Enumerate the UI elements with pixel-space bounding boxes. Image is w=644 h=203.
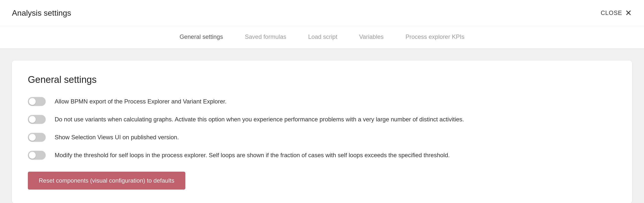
- toggle-selection-views[interactable]: [28, 133, 46, 142]
- toggle-no-variants[interactable]: [28, 115, 46, 124]
- settings-list: Allow BPMN export of the Process Explore…: [28, 97, 616, 160]
- general-settings-title: General settings: [28, 74, 616, 85]
- close-icon: ✕: [625, 8, 632, 18]
- reset-button[interactable]: Reset components (visual configuration) …: [28, 172, 185, 189]
- tab-general-settings[interactable]: General settings: [179, 31, 224, 43]
- tab-variables[interactable]: Variables: [358, 31, 384, 43]
- setting-label-bpmn-export: Allow BPMN export of the Process Explore…: [55, 97, 226, 106]
- tab-saved-formulas[interactable]: Saved formulas: [244, 31, 287, 43]
- tab-process-explorer-kpis[interactable]: Process explorer KPIs: [404, 31, 465, 43]
- close-label: CLOSE: [601, 10, 622, 17]
- tabs-bar: General settings Saved formulas Load scr…: [0, 26, 644, 49]
- setting-row-no-variants: Do not use variants when calculating gra…: [28, 115, 616, 124]
- tab-load-script[interactable]: Load script: [307, 31, 338, 43]
- modal-title: Analysis settings: [12, 9, 71, 18]
- toggle-bpmn-export[interactable]: [28, 97, 46, 106]
- modal-body: General settings Allow BPMN export of th…: [0, 49, 644, 203]
- setting-row-selection-views: Show Selection Views UI on published ver…: [28, 133, 616, 142]
- close-button[interactable]: CLOSE ✕: [601, 8, 632, 18]
- setting-label-no-variants: Do not use variants when calculating gra…: [55, 115, 464, 124]
- setting-row-bpmn-export: Allow BPMN export of the Process Explore…: [28, 97, 616, 106]
- setting-label-selection-views: Show Selection Views UI on published ver…: [55, 133, 179, 142]
- setting-row-self-loops: Modify the threshold for self loops in t…: [28, 151, 616, 160]
- setting-label-self-loops: Modify the threshold for self loops in t…: [55, 151, 450, 159]
- toggle-self-loops[interactable]: [28, 151, 46, 160]
- modal-header: Analysis settings CLOSE ✕: [0, 0, 644, 26]
- general-settings-card: General settings Allow BPMN export of th…: [12, 61, 632, 203]
- analysis-settings-modal: Analysis settings CLOSE ✕ General settin…: [0, 0, 644, 203]
